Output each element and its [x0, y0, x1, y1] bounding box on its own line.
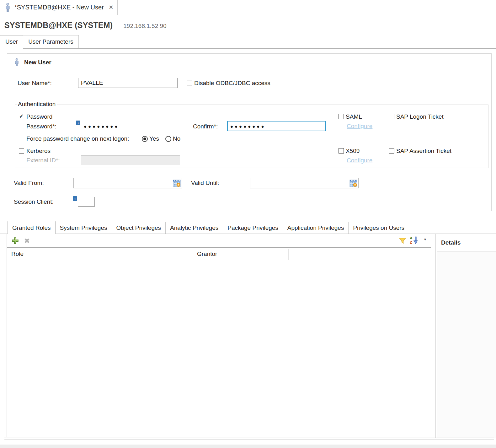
person-icon — [5, 3, 10, 12]
new-user-form-panel: New User User Name*: Disable ODBC/JDBC a… — [7, 53, 492, 211]
roles-toolbar: A Z ▼ — [7, 234, 431, 248]
info-icon: i — [76, 121, 80, 125]
connection-header: SYSTEMDB@HXE (SYSTEM) 192.168.1.52 90 — [0, 15, 496, 35]
form-section-title: New User — [24, 59, 51, 66]
tab-system-privileges[interactable]: System Privileges — [56, 222, 112, 234]
x509-checkbox[interactable] — [339, 148, 344, 154]
status-bar — [0, 445, 496, 448]
confirm-password-input[interactable] — [227, 121, 326, 131]
valid-until-input[interactable] — [250, 178, 348, 188]
valid-until-label: Valid Until: — [191, 180, 219, 186]
force-password-change-label: Force password change on next logon: — [26, 135, 129, 142]
tab-user[interactable]: User — [0, 35, 23, 49]
password-checkbox-label: Password — [26, 113, 52, 120]
editor-tab-new-user[interactable]: *SYSTEMDB@HXE - New User ✕ — [0, 0, 118, 15]
tab-analytic-privileges[interactable]: Analytic Privileges — [166, 222, 223, 234]
valid-from-input[interactable] — [74, 178, 172, 188]
saml-checkbox-label: SAML — [346, 113, 362, 120]
password-input[interactable] — [81, 121, 180, 131]
column-header-grantor[interactable]: Grantor — [197, 251, 217, 257]
x509-configure-link[interactable]: Configure — [347, 157, 372, 164]
password-field-label: Password*: — [26, 123, 56, 130]
info-icon: i — [73, 196, 77, 201]
kerberos-checkbox-label: Kerberos — [26, 148, 51, 154]
add-role-icon[interactable] — [11, 236, 19, 246]
column-divider — [288, 249, 289, 260]
form-section-header: New User — [15, 58, 51, 67]
sap-logon-ticket-checkbox[interactable] — [389, 114, 394, 119]
close-icon[interactable]: ✕ — [109, 4, 113, 11]
editor-tabstrip: *SYSTEMDB@HXE - New User ✕ — [0, 0, 496, 15]
filter-icon[interactable] — [399, 237, 406, 246]
details-panel: Details — [437, 234, 496, 438]
details-panel-title: Details — [437, 234, 496, 251]
svg-text:A: A — [410, 236, 413, 240]
bottom-border — [4, 438, 494, 438]
sort-icon[interactable]: A Z — [409, 236, 419, 246]
roles-table-header: Role Grantor — [7, 248, 431, 261]
sap-assertion-ticket-checkbox[interactable] — [389, 148, 394, 154]
tab-privileges-on-users[interactable]: Privileges on Users — [349, 222, 409, 234]
column-divider — [195, 249, 195, 260]
external-id-label: External ID*: — [26, 157, 60, 164]
calendar-icon[interactable] — [349, 179, 357, 187]
disable-odbc-label: Disable ODBC/JDBC access — [194, 80, 270, 87]
person-icon — [15, 58, 19, 67]
connection-address: 192.168.1.52 90 — [123, 23, 166, 30]
password-checkbox[interactable] — [19, 114, 24, 119]
panel-divider[interactable] — [435, 234, 435, 438]
granted-roles-table-panel: A Z ▼ Role Grantor — [7, 234, 431, 437]
disable-odbc-checkbox[interactable] — [187, 80, 192, 85]
force-change-no-radio[interactable] — [165, 136, 171, 142]
remove-role-icon[interactable] — [23, 237, 31, 246]
valid-until-field — [250, 178, 359, 188]
authentication-group: Authentication Password Password*: i Con… — [15, 105, 488, 168]
user-name-input[interactable] — [78, 78, 178, 88]
user-name-label: User Name*: — [18, 80, 52, 87]
main-tabstrip: User User Parameters — [0, 35, 496, 49]
sap-assertion-ticket-label: SAP Assertion Ticket — [396, 148, 451, 154]
tab-user-parameters[interactable]: User Parameters — [23, 35, 79, 48]
force-change-yes-label: Yes — [149, 135, 159, 142]
kerberos-checkbox[interactable] — [19, 148, 24, 154]
force-change-yes-radio[interactable] — [142, 136, 148, 142]
connection-title: SYSTEMDB@HXE (SYSTEM) — [4, 21, 113, 30]
svg-text:Z: Z — [410, 240, 412, 244]
privileges-tabstrip: Granted Roles System Privileges Object P… — [0, 220, 496, 234]
saml-configure-link[interactable]: Configure — [347, 123, 372, 130]
bottom-border-shadow — [4, 439, 494, 440]
valid-from-label: Valid From: — [14, 180, 44, 186]
calendar-icon[interactable] — [173, 179, 181, 187]
tab-package-privileges[interactable]: Package Privileges — [223, 222, 283, 234]
tab-granted-roles[interactable]: Granted Roles — [8, 221, 56, 234]
authentication-group-title: Authentication — [17, 101, 57, 108]
session-client-input[interactable] — [78, 197, 95, 207]
saml-checkbox[interactable] — [339, 114, 344, 119]
sap-logon-ticket-label: SAP Logon Ticket — [396, 113, 444, 120]
force-change-no-label: No — [173, 135, 180, 142]
valid-from-field — [73, 178, 182, 188]
sort-menu-caret-icon[interactable]: ▼ — [424, 238, 427, 241]
column-header-role[interactable]: Role — [11, 251, 24, 257]
session-client-label: Session Client: — [14, 198, 54, 205]
external-id-input — [81, 155, 180, 165]
confirm-field-label: Confirm*: — [193, 123, 218, 130]
tab-object-privileges[interactable]: Object Privileges — [112, 222, 166, 234]
app-window: *SYSTEMDB@HXE - New User ✕ SYSTEMDB@HXE … — [0, 0, 496, 448]
tab-application-privileges[interactable]: Application Privileges — [283, 222, 349, 234]
roles-table-body — [7, 261, 431, 436]
editor-tab-title: *SYSTEMDB@HXE - New User — [14, 4, 104, 11]
x509-checkbox-label: X509 — [346, 148, 360, 154]
